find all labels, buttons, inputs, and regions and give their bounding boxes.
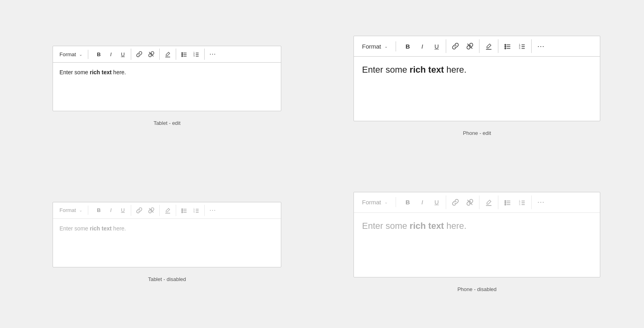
- more-button-tablet-edit[interactable]: ···: [207, 49, 218, 60]
- unlink-button-phone-edit[interactable]: [463, 39, 477, 53]
- underline-button-tablet-disabled: U: [117, 205, 128, 216]
- toolbar-group-format-tablet-edit: B I U: [91, 49, 131, 60]
- underline-button-tablet-edit[interactable]: U: [117, 49, 128, 60]
- main-container: Format ⌄ B I U: [0, 0, 644, 328]
- bullet-list-button-tablet-disabled: [179, 205, 190, 216]
- numbered-list-button-tablet-disabled: 1. 2. 3.: [191, 205, 202, 216]
- svg-text:3.: 3.: [193, 211, 195, 213]
- svg-point-17: [505, 46, 506, 47]
- editor-tablet-edit: Format ⌄ B I U: [53, 46, 281, 111]
- numbered-list-icon-tablet-edit: 1. 2. 3.: [193, 51, 199, 57]
- highlight-icon-phone-edit: [485, 43, 492, 50]
- content-after-phone-edit: here.: [444, 65, 466, 75]
- svg-point-31: [182, 210, 183, 211]
- chevron-down-icon-tablet-edit: ⌄: [79, 52, 82, 57]
- toolbar-group-format-tablet-disabled: B I U: [91, 205, 131, 216]
- svg-line-28: [149, 208, 153, 212]
- link-button-phone-disabled: [449, 196, 462, 209]
- toolbar-group-link-tablet-disabled: [131, 205, 160, 216]
- bullet-list-button-tablet-edit[interactable]: [179, 49, 190, 60]
- toolbar-group-list-phone-edit: 1. 2. 3.: [498, 39, 532, 53]
- numbered-list-button-tablet-edit[interactable]: 1. 2. 3.: [191, 49, 202, 60]
- chevron-down-icon-phone-edit: ⌄: [384, 44, 388, 49]
- link-button-tablet-edit[interactable]: [134, 49, 145, 60]
- bullet-list-icon-phone-edit: [504, 43, 511, 50]
- italic-button-phone-disabled: I: [415, 196, 429, 209]
- editor-content-tablet-disabled: Enter some rich text here.: [53, 219, 281, 267]
- svg-point-3: [182, 54, 183, 55]
- editor-phone-disabled: Format ⌄ B I U: [353, 192, 600, 277]
- highlight-button-phone-edit[interactable]: [482, 39, 496, 53]
- toolbar-group-more-phone-edit: ···: [532, 39, 550, 53]
- format-dropdown-phone-edit[interactable]: Format ⌄: [358, 41, 396, 51]
- content-plain-1-phone-disabled: Enter some: [362, 221, 410, 231]
- underline-button-phone-disabled: U: [430, 196, 443, 209]
- numbered-list-icon-tablet-disabled: 1. 2. 3.: [193, 207, 199, 214]
- toolbar-group-highlight-tablet-edit: [160, 49, 176, 60]
- unlink-button-phone-disabled: [463, 196, 477, 209]
- unlink-button-tablet-edit[interactable]: [146, 49, 157, 60]
- italic-button-tablet-edit[interactable]: I: [105, 49, 116, 60]
- toolbar-phone-edit: Format ⌄ B I U: [354, 36, 600, 57]
- svg-point-44: [505, 200, 506, 202]
- link-button-phone-edit[interactable]: [449, 39, 462, 53]
- content-bold-phone-edit: rich text: [410, 65, 444, 75]
- panel-tablet-disabled: Format ⌄ B I U: [24, 172, 310, 312]
- toolbar-group-more-tablet-disabled: ···: [205, 205, 221, 216]
- editor-content-phone-disabled: Enter some rich text here.: [354, 213, 600, 277]
- underline-button-phone-edit[interactable]: U: [430, 39, 443, 53]
- svg-point-18: [505, 48, 506, 49]
- italic-button-phone-edit[interactable]: I: [415, 39, 429, 53]
- unlink-button-tablet-disabled: [146, 205, 157, 216]
- toolbar-group-highlight-phone-edit: [479, 39, 498, 53]
- svg-text:3.: 3.: [519, 47, 521, 49]
- editor-content-tablet-edit[interactable]: Enter some rich text here.: [53, 63, 281, 111]
- bold-button-phone-disabled: B: [401, 196, 414, 209]
- format-dropdown-tablet-edit[interactable]: Format ⌄: [56, 50, 88, 59]
- svg-point-45: [505, 202, 506, 204]
- content-plain-1-tablet-disabled: Enter some: [59, 225, 89, 232]
- format-label-tablet-disabled: Format: [59, 207, 76, 213]
- numbered-list-button-phone-disabled: 1. 2. 3.: [515, 196, 529, 209]
- toolbar-group-highlight-phone-disabled: [479, 196, 498, 209]
- toolbar-group-highlight-tablet-disabled: [160, 205, 176, 216]
- bold-button-tablet-disabled: B: [93, 205, 104, 216]
- panel-tablet-edit: Format ⌄ B I U: [24, 16, 310, 156]
- caption-tablet-edit: Tablet - edit: [154, 120, 181, 126]
- toolbar-group-list-tablet-disabled: 1. 2. 3.: [176, 205, 205, 216]
- content-after-tablet-edit: here.: [112, 69, 126, 75]
- svg-point-2: [182, 53, 183, 53]
- highlight-icon-tablet-edit: [165, 51, 171, 57]
- editor-content-phone-edit[interactable]: Enter some rich text here.: [354, 57, 600, 121]
- highlight-button-tablet-edit[interactable]: [162, 49, 173, 60]
- link-icon-phone-disabled: [452, 199, 459, 206]
- svg-line-42: [468, 200, 472, 204]
- toolbar-group-format-phone-disabled: B I U: [398, 196, 446, 209]
- more-button-phone-disabled: ···: [534, 196, 548, 209]
- more-button-phone-edit[interactable]: ···: [534, 39, 548, 53]
- format-dropdown-phone-disabled: Format ⌄: [358, 197, 396, 207]
- format-dropdown-tablet-disabled: Format ⌄: [56, 206, 88, 215]
- bold-button-tablet-edit[interactable]: B: [93, 49, 104, 60]
- link-icon-phone-edit: [452, 43, 459, 50]
- caption-tablet-disabled: Tablet - disabled: [148, 276, 186, 282]
- bold-button-phone-edit[interactable]: B: [401, 39, 414, 53]
- unlink-icon-phone-disabled: [466, 199, 473, 206]
- bullet-list-button-phone-edit[interactable]: [501, 39, 514, 53]
- svg-line-14: [468, 44, 472, 49]
- svg-text:3.: 3.: [519, 203, 521, 206]
- svg-text:3.: 3.: [193, 55, 195, 57]
- content-plain-1-tablet-edit: Enter some: [59, 69, 89, 75]
- toolbar-group-list-tablet-edit: 1. 2. 3.: [176, 49, 205, 60]
- highlight-icon-tablet-disabled: [165, 207, 171, 214]
- italic-button-tablet-disabled: I: [105, 205, 116, 216]
- toolbar-tablet-edit: Format ⌄ B I U: [53, 46, 281, 63]
- numbered-list-icon-phone-disabled: 1. 2. 3.: [518, 199, 526, 206]
- highlight-button-phone-disabled: [482, 196, 496, 209]
- content-bold-tablet-disabled: rich text: [90, 225, 112, 232]
- panel-phone-edit: Format ⌄ B I U: [334, 16, 620, 156]
- bullet-list-button-phone-disabled: [501, 196, 514, 209]
- numbered-list-button-phone-edit[interactable]: 1. 2. 3.: [515, 39, 529, 53]
- toolbar-group-more-tablet-edit: ···: [205, 49, 221, 60]
- panel-phone-disabled: Format ⌄ B I U: [334, 172, 620, 312]
